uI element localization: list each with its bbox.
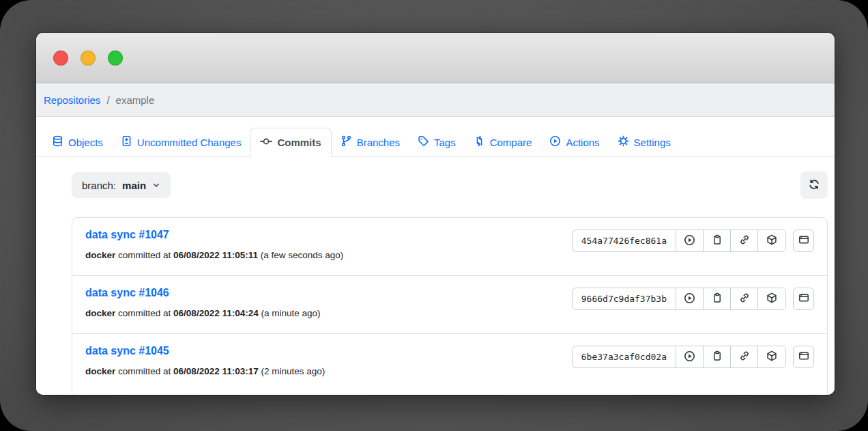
copy-commit-id-button[interactable] bbox=[704, 230, 731, 251]
zoom-window-button[interactable] bbox=[108, 51, 123, 66]
app-window: Repositories / example Objects Uncommitt… bbox=[36, 33, 835, 395]
tab-compare[interactable]: Compare bbox=[465, 128, 541, 156]
tab-label: Tags bbox=[434, 137, 456, 148]
file-diff-icon bbox=[121, 135, 132, 149]
tab-label: Branches bbox=[357, 137, 400, 148]
tab-label: Settings bbox=[634, 137, 671, 148]
tab-label: Actions bbox=[566, 137, 599, 148]
breadcrumb-repositories-link[interactable]: Repositories bbox=[44, 94, 100, 106]
commit-row: data sync #1047 docker committed at 06/0… bbox=[72, 218, 827, 275]
commit-list: data sync #1047 docker committed at 06/0… bbox=[72, 217, 828, 395]
branch-selector-dropdown[interactable]: branch:main bbox=[72, 172, 171, 198]
branch-label: branch: bbox=[82, 180, 116, 191]
cube-icon bbox=[766, 350, 777, 363]
open-commit-viewer-button[interactable] bbox=[793, 230, 814, 252]
commit-title-link[interactable]: data sync #1047 bbox=[85, 229, 169, 241]
open-commit-viewer-button[interactable] bbox=[793, 288, 814, 310]
play-circle-icon bbox=[684, 234, 695, 248]
tab-objects[interactable]: Objects bbox=[43, 128, 112, 156]
tab-tags[interactable]: Tags bbox=[409, 128, 465, 156]
clipboard-icon bbox=[712, 350, 723, 363]
breadcrumb: Repositories / example bbox=[36, 83, 835, 117]
window-icon bbox=[798, 234, 809, 247]
commit-actions: 6be37a3caf0cd02a bbox=[572, 346, 814, 368]
minimize-window-button[interactable] bbox=[81, 51, 96, 66]
breadcrumb-current-repo: example bbox=[116, 94, 155, 106]
breadcrumb-separator: / bbox=[106, 94, 109, 106]
desktop-backdrop: Repositories / example Objects Uncommitt… bbox=[0, 0, 868, 431]
gear-icon bbox=[618, 135, 629, 149]
clipboard-icon bbox=[712, 292, 723, 305]
commit-row: data sync #1045 docker committed at 06/0… bbox=[72, 333, 827, 391]
chevron-down-icon bbox=[152, 180, 160, 191]
tab-commits[interactable]: Commits bbox=[250, 128, 331, 157]
copy-commit-id-button[interactable] bbox=[704, 346, 731, 367]
commit-title-link[interactable]: data sync #1046 bbox=[85, 287, 169, 299]
commit-meta: docker committed at 06/08/2022 11:04:24 … bbox=[85, 308, 321, 318]
copy-commit-link-button[interactable] bbox=[731, 230, 758, 251]
commit-relative-time: (a minute ago) bbox=[261, 308, 320, 318]
commit-author: docker bbox=[85, 308, 115, 318]
tab-actions[interactable]: Actions bbox=[540, 128, 608, 156]
commit-timestamp: 06/08/2022 11:04:24 bbox=[173, 308, 259, 318]
commit-hash: 454a77426fec861a bbox=[573, 230, 676, 251]
tab-branches[interactable]: Branches bbox=[332, 128, 409, 156]
play-circle-icon bbox=[684, 292, 695, 306]
commit-relative-time: (2 minutes ago) bbox=[261, 366, 325, 376]
commit-button-group: 9666d7c9daf37b3b bbox=[572, 288, 786, 310]
database-icon bbox=[52, 135, 63, 149]
window-titlebar bbox=[36, 33, 835, 83]
commit-timestamp: 06/08/2022 11:03:17 bbox=[173, 366, 259, 376]
run-commit-button[interactable] bbox=[676, 230, 704, 251]
link-icon bbox=[739, 234, 750, 247]
close-window-button[interactable] bbox=[53, 51, 68, 66]
open-commit-viewer-button[interactable] bbox=[793, 346, 814, 368]
commit-actions: 454a77426fec861a bbox=[572, 230, 814, 252]
commit-info: data sync #1045 docker committed at 06/0… bbox=[85, 345, 325, 376]
browse-objects-button[interactable] bbox=[758, 288, 785, 309]
repo-content: Objects Uncommitted Changes Commits Bran… bbox=[36, 117, 835, 395]
tab-settings[interactable]: Settings bbox=[609, 128, 680, 156]
tab-uncommitted-changes[interactable]: Uncommitted Changes bbox=[112, 128, 250, 156]
commit-actions: 9666d7c9daf37b3b bbox=[572, 288, 814, 310]
commit-info: data sync #1046 docker committed at 06/0… bbox=[85, 287, 321, 318]
run-commit-button[interactable] bbox=[676, 346, 704, 367]
browse-objects-button[interactable] bbox=[758, 230, 785, 251]
commit-relative-time: (a few seconds ago) bbox=[261, 250, 344, 260]
commits-toolbar: branch:main bbox=[72, 171, 828, 199]
commit-info: data sync #1047 docker committed at 06/0… bbox=[85, 229, 343, 260]
tag-icon bbox=[418, 135, 429, 149]
window-icon bbox=[798, 350, 809, 363]
git-branch-icon bbox=[341, 135, 352, 149]
cube-icon bbox=[766, 234, 777, 247]
committed-at-text: committed at bbox=[118, 366, 171, 376]
copy-commit-id-button[interactable] bbox=[704, 288, 731, 309]
committed-at-text: committed at bbox=[118, 308, 171, 318]
tab-label: Objects bbox=[68, 137, 103, 148]
commit-row: data sync #1046 docker committed at 06/0… bbox=[72, 275, 827, 333]
play-circle-icon bbox=[549, 135, 561, 149]
repo-tabbar: Objects Uncommitted Changes Commits Bran… bbox=[36, 117, 835, 157]
commit-button-group: 6be37a3caf0cd02a bbox=[572, 346, 786, 368]
commit-meta: docker committed at 06/08/2022 11:03:17 … bbox=[85, 366, 325, 376]
cube-icon bbox=[766, 292, 777, 305]
tab-label: Commits bbox=[277, 137, 321, 148]
commit-author: docker bbox=[85, 250, 115, 260]
commit-hash: 6be37a3caf0cd02a bbox=[573, 346, 676, 367]
copy-commit-link-button[interactable] bbox=[731, 346, 758, 367]
commit-hash: 9666d7c9daf37b3b bbox=[573, 288, 676, 309]
copy-commit-link-button[interactable] bbox=[731, 288, 758, 309]
git-commit-icon bbox=[260, 135, 272, 150]
branch-name: main bbox=[122, 180, 146, 191]
link-icon bbox=[739, 350, 750, 363]
browse-objects-button[interactable] bbox=[758, 346, 785, 367]
run-commit-button[interactable] bbox=[676, 288, 704, 309]
commit-title-link[interactable]: data sync #1045 bbox=[85, 345, 169, 357]
refresh-icon bbox=[808, 178, 820, 193]
play-circle-icon bbox=[684, 350, 695, 364]
window-icon bbox=[798, 292, 809, 305]
tab-label: Uncommitted Changes bbox=[137, 137, 242, 148]
refresh-button[interactable] bbox=[800, 171, 828, 199]
link-icon bbox=[739, 292, 750, 305]
commit-meta: docker committed at 06/08/2022 11:05:11 … bbox=[85, 250, 343, 260]
